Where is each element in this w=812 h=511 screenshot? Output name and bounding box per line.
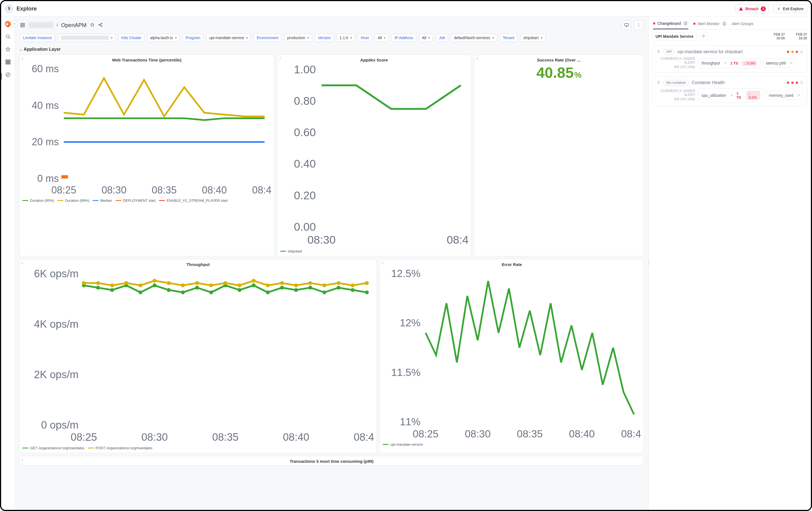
svg-point-60 (294, 288, 298, 292)
filter-ip-select[interactable]: All▾ (419, 34, 433, 42)
filter-levitate-select[interactable]: ▾ (58, 34, 116, 42)
info-icon[interactable]: i (22, 458, 23, 462)
tab-count: 2 (683, 21, 688, 26)
metric-box-a[interactable]: cpu_utilization ↗ 1 TS ↓ 0.0% (698, 88, 763, 103)
legend-item[interactable]: POST /organizations/:org/mandates (88, 446, 152, 450)
card-throughput[interactable]: i Throughput 0 ops/m2K ops/m4K ops/m6K o… (19, 259, 377, 453)
svg-point-51 (167, 288, 171, 292)
chart-web-transactions: 0 ms20 ms40 ms60 ms08:2508:3008:3508:400… (22, 64, 271, 197)
star-dashboard-button[interactable] (90, 22, 95, 28)
filter-label-env: Environment (254, 34, 282, 42)
filter-program-select[interactable]: upi-mandate-service▾ (206, 34, 251, 42)
filter-k8s-select[interactable]: alpha.last9.io▾ (147, 34, 180, 42)
legend-item[interactable]: upi-mandate-service (383, 442, 423, 447)
status-dot-icon (693, 23, 695, 25)
tab-alert-groups[interactable]: Alert Groups (732, 20, 754, 29)
tab-alert-monitor[interactable]: Alert Monitor 1 (693, 20, 727, 29)
legend-item[interactable]: Duration (95%) (22, 198, 54, 203)
svg-point-6 (6, 73, 10, 77)
svg-point-47 (110, 288, 114, 292)
dashboard-name[interactable]: OpenAPM (61, 22, 86, 28)
svg-rect-14 (625, 23, 629, 26)
info-icon[interactable]: i (280, 56, 281, 61)
status-dot-icon (787, 82, 789, 84)
collapse-icon (657, 80, 661, 84)
card-row-2: i Throughput 0 ops/m2K ops/m4K ops/m6K o… (19, 259, 644, 453)
filter-label-ip: IP Address (392, 34, 416, 42)
star-outline-icon (90, 22, 95, 27)
legend-item[interactable]: DEPLOYMENT start (115, 198, 156, 203)
card-collapse-button[interactable] (657, 50, 661, 54)
card-web-transactions[interactable]: i Web Transactions Time (percentile) 0 m… (19, 55, 274, 256)
nav-explore[interactable] (5, 72, 11, 78)
changeboard-card[interactable]: API upi-mandate-service for shipskart CU… (652, 46, 807, 73)
info-icon[interactable]: i (22, 56, 23, 61)
section-application-layer[interactable]: ⌄ Application Layer (19, 45, 644, 55)
kebab-icon (636, 23, 641, 28)
svg-text:6K ops/m: 6K ops/m (34, 268, 79, 279)
share-dashboard-button[interactable] (98, 22, 103, 28)
nav-grafana[interactable] (5, 21, 11, 27)
filter-button[interactable] (699, 32, 707, 41)
metric-box-b[interactable]: latency p99 ↗ (763, 58, 795, 68)
tv-mode-button[interactable] (622, 20, 631, 30)
filter-env-select[interactable]: production▾ (284, 34, 312, 42)
filter-host-select[interactable]: All▾ (375, 34, 389, 42)
legend-item[interactable]: GET /organizations/:org/mandates (22, 446, 85, 450)
tab-changeboard[interactable]: Changeboard 2 (653, 19, 688, 29)
info-icon[interactable]: i (476, 56, 477, 61)
legend-item[interactable]: ENABLE_V2_STREAM_PLAYER start (159, 198, 228, 203)
dashboard-header: / OpenAPM (19, 17, 644, 34)
svg-line-1 (8, 37, 10, 39)
card-apdex[interactable]: i Appdex Score 0.000.200.400.600.801.000… (277, 55, 471, 256)
info-icon[interactable]: i (22, 261, 23, 265)
filter-job-select[interactable]: default/last9-services▾ (451, 34, 497, 42)
legend-item[interactable]: Median (92, 198, 112, 203)
svg-text:0.60: 0.60 (294, 126, 316, 139)
filter-tenant-select[interactable]: shipskart▾ (520, 34, 546, 42)
svg-point-86 (365, 281, 369, 285)
svg-point-52 (181, 291, 185, 294)
severity-dots (787, 50, 803, 53)
svg-point-75 (209, 283, 213, 287)
card-error-rate[interactable]: i Error Rate 11%11.5%12%12.5%08:2508:300… (380, 259, 644, 453)
legend-web-transactions: Duration (95%)Duration (99%)MedianDEPLOY… (22, 198, 271, 203)
svg-point-15 (638, 23, 639, 24)
nav-search[interactable] (5, 34, 11, 40)
arrow-ne-icon: ↗ (797, 93, 800, 97)
info-icon[interactable]: i (382, 261, 383, 265)
card-collapse-button[interactable] (657, 80, 661, 85)
service-selector[interactable]: UPI Mandate Service (652, 32, 697, 41)
svg-text:08:30: 08:30 (308, 234, 336, 246)
nav-dashboards[interactable] (5, 59, 11, 65)
card-title: Success Rate (Over … (477, 58, 641, 62)
monitor-icon (624, 23, 629, 28)
card-most-consuming[interactable]: i Transactions 5 most time consuming (p9… (19, 456, 644, 465)
kind-pill: k8s container (663, 80, 689, 85)
status-dot-icon (791, 51, 793, 53)
svg-rect-4 (6, 62, 7, 64)
metric-box-b[interactable]: memory_used ↗ (766, 91, 803, 100)
more-button[interactable] (634, 20, 643, 30)
time-range: FEB 2716:05 FEB 2716:20 (774, 32, 807, 41)
legend-item[interactable]: Duration (99%) (57, 198, 89, 203)
filter-version-select[interactable]: 1.1.0▾ (337, 34, 355, 42)
legend-error-rate: upi-mandate-service (383, 442, 641, 447)
changeboard-card[interactable]: k8s container Container Health CURRENTLY… (652, 76, 807, 106)
breach-button[interactable]: Breach 3 (735, 4, 769, 13)
legend-item[interactable]: shipskart (280, 249, 302, 253)
card-success-rate[interactable]: i Success Rate (Over … 40.85% (474, 55, 644, 256)
status-dot-icon (791, 82, 793, 84)
legend-apdex: shipskart (280, 249, 468, 253)
right-panel: Changeboard 2 Alert Monitor 1 Alert Grou… (648, 17, 811, 510)
arrow-ne-icon: ↗ (724, 61, 727, 65)
exit-explore-button[interactable]: Exit Explore (773, 5, 807, 13)
sidebar-collapse-button[interactable] (11, 20, 18, 27)
product-logo-icon: 9 (5, 5, 13, 13)
legend-throughput: GET /organizations/:org/mandatesPOST /or… (22, 446, 374, 450)
filter-label-host: Host (358, 34, 372, 42)
panel-resize-handle[interactable] (648, 261, 650, 266)
nav-star[interactable] (5, 46, 11, 52)
svg-point-68 (110, 283, 114, 287)
metric-box-a[interactable]: throughput ↗ 1 TS ↓ 0.0% (698, 58, 760, 69)
